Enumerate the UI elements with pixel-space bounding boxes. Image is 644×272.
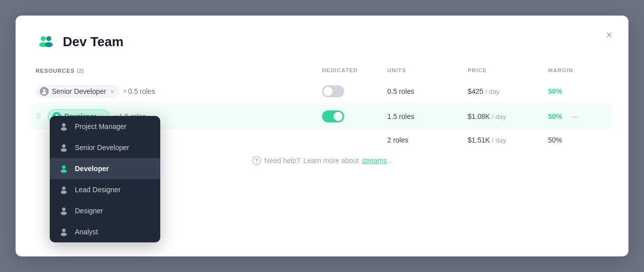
role-tag-label-1: Senior Developer <box>52 87 106 95</box>
price-cell-1: $425 / day <box>468 87 548 95</box>
streams-link[interactable]: streams <box>362 157 387 165</box>
svg-point-5 <box>42 92 46 94</box>
margin-cell-2: 50% <box>548 112 562 120</box>
price-value-2: $1.08K <box>468 112 490 120</box>
dedicated-header: DEDICATED <box>322 67 387 73</box>
svg-point-3 <box>45 42 53 47</box>
dropdown-icon-dev <box>59 164 69 174</box>
dropdown-item-project-manager[interactable]: Project Manager <box>50 116 160 137</box>
dropdown-icon-designer <box>59 206 69 216</box>
svg-point-15 <box>61 191 67 194</box>
svg-point-17 <box>61 212 67 215</box>
toggle-slider-1 <box>322 85 344 97</box>
svg-point-16 <box>62 208 66 211</box>
totals-units: 2 roles <box>387 136 468 144</box>
toggle-cell-1[interactable] <box>322 85 387 97</box>
close-button[interactable]: × <box>606 30 612 41</box>
svg-point-12 <box>62 166 66 169</box>
role-tag-senior-developer[interactable]: Senior Developer × <box>36 85 119 98</box>
dropdown-label-pm: Project Manager <box>75 122 127 130</box>
price-unit-1: / day <box>485 88 499 95</box>
dedicated-toggle-1[interactable] <box>322 85 344 97</box>
help-icon: ? <box>252 156 261 165</box>
toggle-slider-2 <box>322 110 344 122</box>
resources-label: RESOURCES <box>36 68 75 74</box>
mult-unit-1: roles <box>140 87 155 95</box>
drag-handle[interactable]: ⠿ <box>36 112 42 121</box>
units-header: UNITS <box>387 67 468 73</box>
dropdown-item-designer[interactable]: Designer <box>50 200 160 221</box>
role-dropdown: Project Manager Senior Developer Develop… <box>50 116 160 242</box>
svg-point-11 <box>61 149 67 152</box>
dropdown-label-analyst: Analyst <box>75 228 98 236</box>
units-cell-2: 1.5 roles <box>387 112 468 120</box>
resources-count: (2) <box>77 68 83 74</box>
modal: Dev Team × RESOURCES (2) DEDICATED UNITS… <box>16 16 628 256</box>
dropdown-item-analyst[interactable]: Analyst <box>50 221 160 242</box>
units-cell-1: 0.5 roles <box>387 87 468 95</box>
team-icon <box>36 32 56 52</box>
dropdown-item-senior-developer[interactable]: Senior Developer <box>50 137 160 158</box>
svg-point-9 <box>61 127 67 131</box>
margin-header: MARGIN <box>548 67 608 73</box>
totals-margin: 50% <box>548 136 608 144</box>
margin-cell-1: 50% <box>548 87 608 95</box>
toggle-cell-2[interactable] <box>322 110 387 122</box>
price-unit-2: / day <box>492 113 506 120</box>
dropdown-icon-analyst <box>59 227 69 237</box>
svg-point-8 <box>62 123 66 127</box>
table-row: Senior Developer × ×0.5 roles 0.5 roles … <box>36 80 608 103</box>
dropdown-item-lead-designer[interactable]: Lead Designer <box>50 179 160 200</box>
modal-header: Dev Team × <box>36 32 608 52</box>
mult-val-1: 0.5 <box>128 87 138 95</box>
dropdown-icon-ld <box>59 185 69 195</box>
totals-price-unit: / day <box>492 137 506 144</box>
svg-point-10 <box>62 145 66 148</box>
modal-title: Dev Team <box>63 34 124 50</box>
svg-point-2 <box>46 36 51 41</box>
svg-point-18 <box>62 229 66 232</box>
help-link-prefix: Learn more about <box>303 157 359 165</box>
dropdown-icon-sd <box>59 143 69 153</box>
help-suffix: . <box>390 157 392 165</box>
totals-price-value: $1.51K <box>468 136 490 144</box>
price-cell-2: $1.08K / day <box>468 112 548 120</box>
dropdown-label-sd: Senior Developer <box>75 144 129 152</box>
more-options-button[interactable]: ··· <box>568 111 582 122</box>
dropdown-item-developer[interactable]: Developer <box>50 158 160 179</box>
role-tag-remove-1[interactable]: × <box>110 88 114 95</box>
svg-point-13 <box>61 170 67 173</box>
svg-point-0 <box>41 36 46 41</box>
dropdown-icon-pm <box>59 121 69 131</box>
dropdown-label-dev: Developer <box>75 165 109 173</box>
svg-point-4 <box>43 89 46 92</box>
resources-header: RESOURCES (2) <box>36 66 322 75</box>
dedicated-toggle-2[interactable] <box>322 110 344 122</box>
svg-point-19 <box>61 233 67 236</box>
price-header: PRICE <box>468 67 548 73</box>
price-value-1: $425 <box>468 87 483 95</box>
multiplier-1: ×0.5 roles <box>123 87 155 95</box>
x-sign-1: × <box>123 87 127 95</box>
help-text: Need help? <box>264 157 300 165</box>
table-header-row: RESOURCES (2) DEDICATED UNITS PRICE MARG… <box>36 66 608 80</box>
totals-price: $1.51K / day <box>468 136 548 144</box>
dropdown-label-designer: Designer <box>75 207 103 215</box>
person-icon-1 <box>40 87 49 96</box>
row-left-1: Senior Developer × ×0.5 roles <box>36 85 322 98</box>
dropdown-label-ld: Lead Designer <box>75 186 121 194</box>
svg-point-14 <box>62 187 66 190</box>
